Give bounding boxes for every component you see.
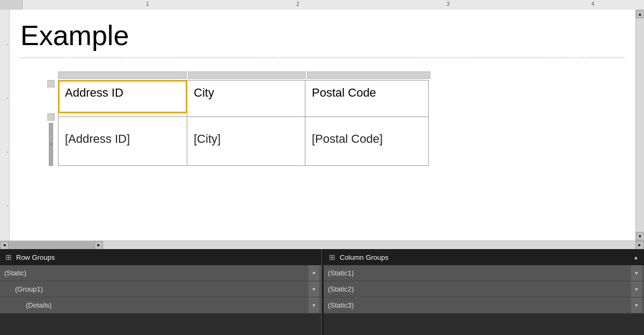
col-group-static2-label: (Static2) — [324, 285, 631, 293]
ruler-tick-4: 4 — [591, 0, 595, 7]
row-groups-icon: ⊞ — [5, 253, 12, 261]
v-tick: - — [6, 42, 8, 47]
scroll-track-right[interactable] — [636, 18, 644, 232]
report-table-container: ≡ Address ID City P — [47, 71, 430, 166]
header-cell-text-city: City — [187, 81, 305, 113]
header-cell-address-id[interactable]: Address ID — [58, 81, 187, 116]
row-group-static-dropdown[interactable]: ▼ — [309, 265, 319, 281]
data-cell-postal-code[interactable]: [Postal Code] — [305, 116, 429, 166]
separator-line — [20, 57, 625, 58]
header-cell-city[interactable]: City — [187, 81, 305, 116]
col-groups-icon: ⊞ — [329, 253, 335, 261]
row-groups-panel: ⊞ Row Groups (Static) ▼ (Group1) ▼ (Deta… — [0, 249, 322, 335]
col-handle-3[interactable] — [307, 71, 430, 79]
design-canvas: Example ≡ — [10, 10, 635, 241]
data-cell-address-id[interactable]: [Address ID] — [58, 116, 187, 166]
column-handles — [58, 71, 430, 79]
col-group-item-static3[interactable]: (Static3) ▼ — [324, 297, 644, 314]
col-group-static1-label: (Static1) — [324, 269, 631, 277]
ruler-tick-3: 3 — [447, 0, 450, 7]
ruler-tick-2: 2 — [296, 0, 299, 7]
col-group-item-static2[interactable]: (Static2) ▼ — [324, 281, 644, 297]
page-title: Example — [20, 20, 625, 51]
scroll-up-arrow[interactable]: ▲ — [636, 10, 645, 18]
header-cell-text-postal-code: Postal Code — [305, 81, 428, 113]
row-indicator-detail: ≡ — [47, 123, 58, 166]
ruler-tick-1: 1 — [146, 0, 149, 7]
col-groups-items: (Static1) ▼ (Static2) ▼ (Static3) ▼ — [324, 265, 644, 335]
table-wrapper: ≡ Address ID City P — [47, 80, 430, 166]
col-groups-panel: ⊞ Column Groups ▲ (Static1) ▼ (Static2) … — [324, 249, 644, 335]
row-indicator-group — [47, 113, 55, 121]
col-group-static3-label: (Static3) — [324, 301, 631, 309]
col-group-static1-dropdown[interactable]: ▼ — [631, 265, 642, 281]
data-cell-city[interactable]: [City] — [187, 116, 305, 166]
header-row: Address ID City Postal Code — [58, 81, 429, 116]
row-group-item-static[interactable]: (Static) ▼ — [0, 265, 321, 281]
col-groups-title: Column Groups — [340, 253, 389, 261]
row-groups-title: Row Groups — [16, 253, 55, 261]
row-group-item-group1[interactable]: (Group1) ▼ — [0, 281, 321, 297]
main-area: - - - - Example — [0, 10, 644, 241]
row-group-item-details[interactable]: (Details) ▼ — [0, 297, 321, 314]
col-group-static3-dropdown[interactable]: ▼ — [631, 297, 642, 313]
row-group-static-label: (Static) — [0, 269, 309, 277]
row-groups-header: ⊞ Row Groups — [0, 249, 321, 265]
row-group-details-dropdown[interactable]: ▼ — [309, 297, 319, 313]
scroll-left-arrow[interactable]: ◄ — [0, 241, 9, 250]
report-table: Address ID City Postal Code [Address ID] — [58, 80, 429, 166]
bottom-scrollbar[interactable]: ◄ ► ► — [0, 241, 644, 249]
scroll-right-end-arrow[interactable]: ► — [635, 241, 644, 250]
bottom-panels: ⊞ Row Groups (Static) ▼ (Group1) ▼ (Deta… — [0, 249, 644, 335]
col-handle-1[interactable] — [58, 71, 187, 79]
data-row: [Address ID] [City] [Postal Code] — [58, 116, 429, 166]
scroll-thumb-bottom[interactable] — [9, 241, 94, 249]
v-tick: - — [6, 96, 8, 101]
row-groups-items: (Static) ▼ (Group1) ▼ (Details) ▼ — [0, 265, 321, 335]
col-groups-collapse-arrow[interactable]: ▲ — [633, 254, 639, 260]
ruler-corner — [0, 0, 23, 10]
row-group-group1-label: (Group1) — [11, 285, 309, 293]
scroll-right-arrow[interactable]: ► — [94, 241, 103, 250]
v-tick: - — [6, 203, 8, 208]
header-cell-postal-code[interactable]: Postal Code — [305, 81, 429, 116]
data-cell-text-city: [City] — [187, 117, 305, 161]
row-group-details-label: (Details) — [21, 301, 309, 309]
row-group-indicators: ≡ — [47, 80, 58, 166]
col-groups-header: ⊞ Column Groups ▲ — [324, 249, 644, 265]
vertical-ruler: - - - - — [0, 10, 10, 241]
horizontal-ruler: 1 2 3 4 — [0, 0, 644, 10]
col-handle-2[interactable] — [188, 71, 306, 79]
right-scrollbar[interactable]: ▲ ▼ — [635, 10, 644, 241]
scroll-down-arrow[interactable]: ▼ — [636, 232, 645, 241]
data-cell-text-postal-code: [Postal Code] — [305, 117, 428, 161]
col-group-static2-dropdown[interactable]: ▼ — [631, 281, 642, 297]
row-indicator-header — [47, 80, 55, 88]
data-cell-text-address-id: [Address ID] — [58, 117, 187, 161]
col-group-item-static1[interactable]: (Static1) ▼ — [324, 265, 644, 281]
v-tick: - — [6, 149, 8, 155]
ruler-marks: 1 2 3 4 — [23, 0, 644, 10]
row-group-group1-dropdown[interactable]: ▼ — [309, 281, 319, 297]
header-cell-text-address-id: Address ID — [58, 81, 187, 113]
